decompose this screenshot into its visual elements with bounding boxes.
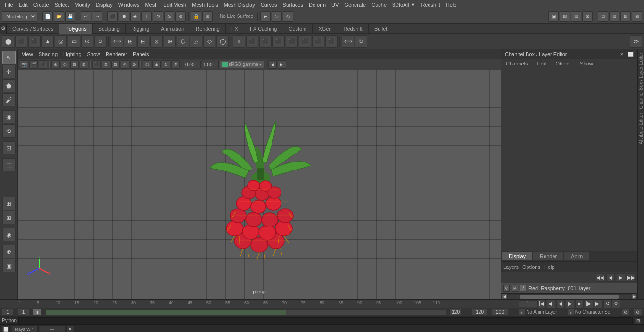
frame-start-input[interactable] (2, 309, 14, 316)
menu-select[interactable]: Select (52, 0, 72, 9)
dt-tab-render[interactable]: Render (533, 252, 563, 260)
menu-display[interactable]: Display (93, 0, 116, 9)
anim-play-fwd-btn[interactable]: ▶ (575, 300, 584, 308)
menu-file[interactable]: File (2, 0, 16, 9)
render3-btn[interactable]: ◎ (283, 11, 293, 22)
shelf-pipe[interactable]: ⊙ (81, 35, 93, 48)
anim-prev-key-btn[interactable]: ◀| (547, 300, 555, 308)
display-mode2[interactable]: ⊞ (560, 11, 570, 22)
dt-tab-display[interactable]: Display (502, 252, 532, 260)
scale-btn[interactable]: ⇲ (164, 11, 174, 22)
menu-mesh-tools[interactable]: Mesh Tools (189, 0, 221, 9)
vp-shading5[interactable]: ⊕ (130, 60, 139, 69)
select-tool-btn[interactable]: ⬛ (107, 11, 118, 22)
menu-windows[interactable]: Windows (116, 0, 142, 9)
redo-btn[interactable]: ↪ (92, 11, 102, 22)
select-mode-btn[interactable]: ↖ (2, 51, 16, 64)
tab-sculpting[interactable]: Sculpting (93, 24, 126, 34)
vp-menu-panels[interactable]: Panels (133, 51, 149, 57)
anim-last-btn[interactable]: ▶| (594, 300, 603, 308)
snap-btn[interactable]: 🔒 (191, 11, 201, 22)
tab-curves-surfaces[interactable]: Curves / Surfaces (7, 24, 59, 34)
shelf-plane[interactable]: ▭ (68, 35, 80, 48)
menu-modify[interactable]: Modify (72, 0, 92, 9)
shelf-wedge[interactable]: ⬛ (286, 35, 298, 48)
vp-smooth2[interactable]: ⊙ (162, 60, 170, 69)
scroll-right-btn[interactable]: ▶ (632, 294, 636, 299)
render2-btn[interactable]: ▷ (272, 11, 282, 22)
layer-color-btn[interactable]: / (520, 285, 527, 292)
tab-fx[interactable]: FX (226, 24, 244, 34)
python-expand-btn[interactable]: ⊞ (635, 317, 642, 324)
vp-menu-shading[interactable]: Shading (39, 51, 58, 57)
vp-menu-view[interactable]: View (22, 51, 33, 57)
tab-rendering[interactable]: Rendering (190, 24, 226, 34)
menu-mesh-display[interactable]: Mesh Display (221, 0, 258, 9)
menu-help[interactable]: Help (443, 0, 460, 9)
vp-extra2[interactable]: ▶ (278, 60, 286, 69)
scroll-track[interactable] (508, 295, 631, 299)
right-btn3[interactable]: ⊞ (620, 11, 631, 22)
shelf-mirror2[interactable]: ⟺ (342, 35, 354, 48)
vp-show-btn[interactable]: ⊞ (70, 60, 79, 69)
menu-edit[interactable]: Edit (16, 0, 31, 9)
tab-animation[interactable]: Animation (155, 24, 190, 34)
paint2-btn[interactable]: 🖌 (2, 93, 16, 106)
shelf-mirror[interactable]: ⟺ (111, 35, 123, 48)
shelf-sphere[interactable]: ⬤ (2, 35, 14, 48)
rotate-btn[interactable]: ⟲ (153, 11, 163, 22)
shelf-extract[interactable]: ⊠ (150, 35, 163, 48)
render1-btn[interactable]: ▶ (260, 11, 271, 22)
vp-cam2-btn[interactable]: ⬛ (39, 60, 47, 69)
vp-menu-show[interactable]: Show (87, 51, 100, 57)
tab-custom[interactable]: Custom (283, 24, 313, 34)
tabs-options-btn[interactable]: ⚙ (0, 24, 7, 34)
colorspace-display[interactable]: sRGB gamma ▾ (220, 61, 264, 68)
menu-generate[interactable]: Generate (341, 0, 369, 9)
shelf-torus[interactable]: ◎ (55, 35, 67, 48)
shelf-boolean[interactable]: ⊕ (164, 35, 176, 48)
vp-isolate-btn[interactable]: ⊠ (80, 60, 88, 69)
options-menu[interactable]: Options (522, 264, 540, 270)
camera-btn[interactable]: ◉ (2, 228, 16, 241)
display-mode1[interactable]: ▣ (548, 11, 559, 22)
scroll-left-btn[interactable]: ◀ (502, 294, 507, 299)
cb-tab-channels[interactable]: Channels (501, 59, 532, 68)
shelf-fill[interactable]: ⬛ (259, 35, 272, 48)
panel-float-btn[interactable]: ⬜ (627, 51, 634, 57)
channel-box-vtab[interactable]: Channel Box / Layer Editor (638, 51, 644, 111)
tab-redshift[interactable]: Redshift (338, 24, 369, 34)
transform-btn[interactable]: ✛ (141, 11, 152, 22)
universal-btn[interactable]: ⊕ (175, 11, 186, 22)
shelf-separate[interactable]: ⊟ (137, 35, 149, 48)
new-file-btn[interactable]: 📄 (42, 11, 53, 22)
anim-prev-btn[interactable]: ◀ (556, 300, 565, 308)
layer-visible-btn[interactable]: V (503, 285, 510, 292)
help-menu[interactable]: Help (544, 264, 555, 270)
vp-manip-btn[interactable]: ⊕ (51, 60, 60, 69)
key-filter-btn[interactable]: ⚙ (634, 309, 642, 316)
display-mode3[interactable]: ⊟ (571, 11, 581, 22)
snap3-btn[interactable]: ⊡ (2, 141, 16, 154)
layer-btn2[interactable]: ◀ (606, 273, 615, 282)
viewport[interactable]: View Shading Lighting Show Renderer Pane… (18, 49, 501, 299)
vp-wireframe-btn[interactable]: ⬡ (143, 60, 151, 69)
cb-tab-show[interactable]: Show (575, 59, 598, 68)
right-btn2[interactable]: ⊟ (609, 11, 619, 22)
anim-first-btn[interactable]: |◀ (537, 300, 546, 308)
layer-btn4[interactable]: ▶▶ (627, 273, 636, 282)
shelf-cylinder[interactable]: ⬛ (28, 35, 41, 48)
shelf-paint-xfr[interactable]: ⬛ (325, 35, 338, 48)
undo-btn[interactable]: ↩ (81, 11, 91, 22)
shelf-cone[interactable]: ▲ (41, 35, 54, 48)
menu-edit-mesh[interactable]: Edit Mesh (160, 0, 189, 9)
anim-next-key-btn[interactable]: |▶ (585, 300, 593, 308)
vp-shading2[interactable]: ⊞ (102, 60, 110, 69)
workspace-dropdown[interactable]: Modeling (2, 11, 37, 22)
dt-tab-anim[interactable]: Anim (564, 252, 589, 260)
shelf-holes[interactable]: ◯ (216, 35, 229, 48)
menu-uv[interactable]: UV (329, 0, 341, 9)
grid2-btn[interactable]: ⊞ (2, 211, 16, 224)
layers-menu[interactable]: Layers (503, 264, 519, 270)
vp-aa-btn[interactable]: ↺ (171, 60, 180, 69)
